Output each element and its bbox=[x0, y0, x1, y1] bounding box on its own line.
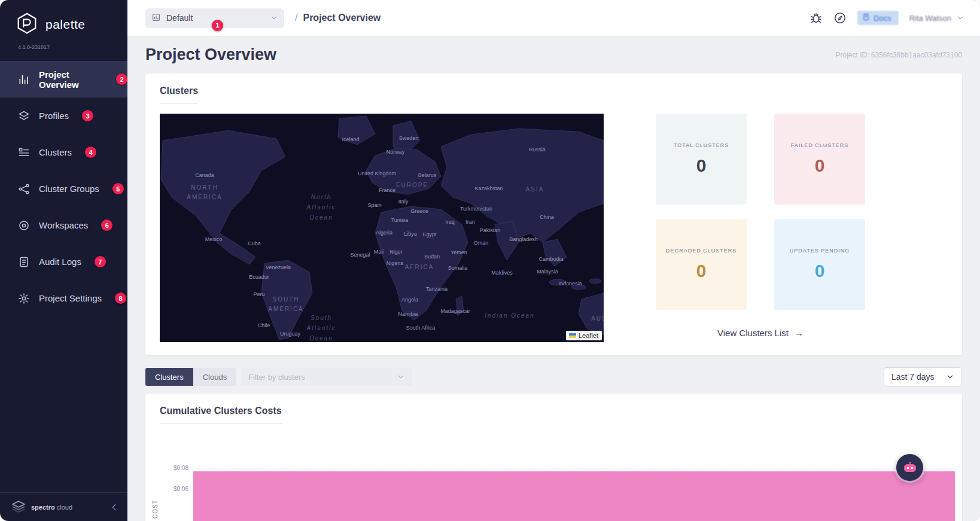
layers-icon bbox=[18, 110, 30, 122]
project-scope-value: Default bbox=[166, 13, 193, 23]
sidebar-item-label: Clusters bbox=[39, 147, 72, 157]
stat-label: FAILED CLUSTERS bbox=[791, 142, 849, 148]
chevron-down-icon bbox=[956, 14, 964, 22]
sidebar-item-label: Project Overview bbox=[39, 69, 103, 90]
help-compass-icon[interactable] bbox=[833, 11, 847, 25]
filter-placeholder: Filter by clusters bbox=[248, 373, 305, 382]
collapse-sidebar-chevron-icon[interactable] bbox=[109, 502, 119, 512]
tour-step-badge: 6 bbox=[101, 220, 112, 231]
view-clusters-list-link[interactable]: View Clusters List → bbox=[656, 328, 865, 338]
assistant-fab-button[interactable] bbox=[896, 454, 923, 481]
stat-tile-failed-clusters: FAILED CLUSTERS 0 bbox=[774, 114, 865, 205]
user-menu[interactable]: Rita Watson bbox=[909, 14, 964, 23]
brand-name: palette bbox=[45, 17, 86, 32]
app-version: 4.1.0-231017 bbox=[0, 37, 127, 53]
clusters-card: Clusters bbox=[145, 74, 962, 355]
sidebar-item-workspaces[interactable]: Workspaces 6 bbox=[0, 207, 127, 243]
brand-logo-row: palette bbox=[0, 0, 127, 37]
project-scope-icon bbox=[151, 13, 161, 24]
sidebar-item-cluster-groups[interactable]: Cluster Groups 5 bbox=[0, 170, 127, 207]
stat-label: UPDATES PENDING bbox=[790, 248, 850, 254]
clusters-card-title: Clusters bbox=[160, 86, 198, 104]
gear-icon bbox=[18, 293, 30, 304]
cluster-stats: TOTAL CLUSTERS 0 FAILED CLUSTERS 0 DEGRA… bbox=[656, 114, 865, 342]
chevron-down-icon bbox=[270, 14, 278, 22]
sidebar-item-label: Cluster Groups bbox=[39, 184, 99, 194]
spectro-cloud-wordmark: spectro cloud bbox=[31, 504, 72, 511]
gridline-dashed bbox=[193, 468, 955, 468]
sidebar-item-profiles[interactable]: Profiles 3 bbox=[0, 98, 127, 134]
stat-tile-updates-pending: UPDATES PENDING 0 bbox=[774, 219, 865, 310]
chevron-down-icon bbox=[397, 373, 405, 381]
cost-area-series bbox=[193, 471, 955, 521]
sidebar-nav: Project Overview 2 Profiles 3 Clusters 4 bbox=[0, 61, 127, 492]
sidebar-item-label: Workspaces bbox=[39, 220, 88, 230]
tour-step-badge: 3 bbox=[82, 110, 93, 121]
topbar-actions: Docs Rita Watson bbox=[809, 11, 964, 25]
ukraine-flag-icon bbox=[569, 333, 576, 338]
stat-label: DEGRADED CLUSTERS bbox=[666, 248, 737, 254]
tour-step-badge: 2 bbox=[116, 74, 127, 85]
tab-clouds[interactable]: Clouds bbox=[193, 368, 236, 386]
filter-by-clusters-select[interactable]: Filter by clusters bbox=[241, 368, 412, 386]
tour-step-badge: 8 bbox=[115, 293, 126, 304]
disc-icon bbox=[18, 220, 30, 231]
breadcrumb: / Project Overview bbox=[295, 13, 381, 23]
date-range-select[interactable]: Last 7 days bbox=[884, 367, 962, 386]
sidebar-item-label: Project Settings bbox=[39, 293, 102, 303]
document-icon bbox=[18, 256, 30, 268]
costs-card-title: Cumulative Clusters Costs bbox=[160, 406, 282, 424]
y-tick: $0.06 bbox=[160, 486, 188, 492]
stat-tile-degraded-clusters: DEGRADED CLUSTERS 0 bbox=[656, 219, 747, 310]
topbar: Default 1 / Project Overview bbox=[127, 0, 980, 36]
arrow-right-icon: → bbox=[795, 328, 804, 338]
tour-step-badge: 5 bbox=[112, 183, 124, 194]
sidebar-item-audit-logs[interactable]: Audit Logs 7 bbox=[0, 243, 127, 280]
date-range-value: Last 7 days bbox=[891, 372, 935, 382]
sidebar-item-label: Profiles bbox=[39, 111, 69, 121]
sidebar-item-clusters[interactable]: Clusters 4 bbox=[0, 134, 127, 170]
tour-step-badge: 4 bbox=[85, 147, 96, 158]
world-landmass-shapes bbox=[160, 114, 604, 342]
tour-step-badge: 7 bbox=[95, 256, 106, 267]
sidebar-footer: spectro cloud bbox=[0, 492, 127, 521]
list-icon bbox=[18, 147, 30, 159]
cumulative-costs-card: Cumulative Clusters Costs COST $0.08 $0.… bbox=[145, 394, 962, 521]
bar-chart-icon bbox=[18, 74, 30, 86]
stat-value: 0 bbox=[696, 156, 707, 176]
tour-step-badge: 1 bbox=[212, 20, 223, 31]
y-tick: $0.08 bbox=[160, 465, 188, 471]
costs-filter-bar: Clusters Clouds Filter by clusters Last … bbox=[145, 367, 962, 386]
page-content: Clusters bbox=[127, 74, 980, 521]
docs-label: Docs bbox=[874, 14, 891, 23]
user-name: Rita Watson bbox=[909, 14, 951, 23]
costs-tabs: Clusters Clouds bbox=[145, 368, 236, 386]
app-window: palette 4.1.0-231017 Project Overview 2 … bbox=[0, 0, 980, 521]
docs-button[interactable]: Docs bbox=[857, 11, 899, 25]
stat-value: 0 bbox=[815, 156, 825, 176]
costs-area-chart: COST $0.08 $0.06 bbox=[160, 449, 955, 521]
sidebar: palette 4.1.0-231017 Project Overview 2 … bbox=[0, 0, 127, 521]
project-scope-select[interactable]: Default 1 bbox=[145, 8, 284, 28]
stat-tile-total-clusters: TOTAL CLUSTERS 0 bbox=[656, 114, 747, 205]
nodes-icon bbox=[18, 183, 30, 195]
sidebar-item-label: Audit Logs bbox=[39, 257, 81, 267]
sidebar-item-project-overview[interactable]: Project Overview 2 bbox=[0, 61, 127, 98]
breadcrumb-current: Project Overview bbox=[303, 13, 381, 23]
assistant-bot-icon bbox=[903, 462, 917, 474]
project-id: Project ID: 6356fc38bb1aac03afd73100 bbox=[836, 51, 963, 59]
spectro-cloud-logo-icon bbox=[11, 499, 26, 515]
clusters-world-map[interactable]: Iceland Sweden Norway Russia Canada Unit… bbox=[160, 114, 604, 342]
main-area: Default 1 / Project Overview bbox=[127, 0, 980, 521]
docs-icon bbox=[862, 13, 870, 23]
chevron-down-icon bbox=[946, 373, 954, 381]
stat-value: 0 bbox=[696, 261, 707, 281]
leaflet-attribution[interactable]: Leaflet bbox=[566, 331, 602, 340]
sidebar-item-project-settings[interactable]: Project Settings 8 bbox=[0, 280, 127, 316]
y-axis-label: COST bbox=[152, 499, 159, 519]
page-title: Project Overview bbox=[145, 45, 276, 64]
breadcrumb-separator: / bbox=[295, 13, 297, 23]
tab-clusters[interactable]: Clusters bbox=[145, 368, 193, 386]
page-header: Project Overview Project ID: 6356fc38bb1… bbox=[127, 36, 980, 74]
bug-report-icon[interactable] bbox=[809, 11, 823, 25]
